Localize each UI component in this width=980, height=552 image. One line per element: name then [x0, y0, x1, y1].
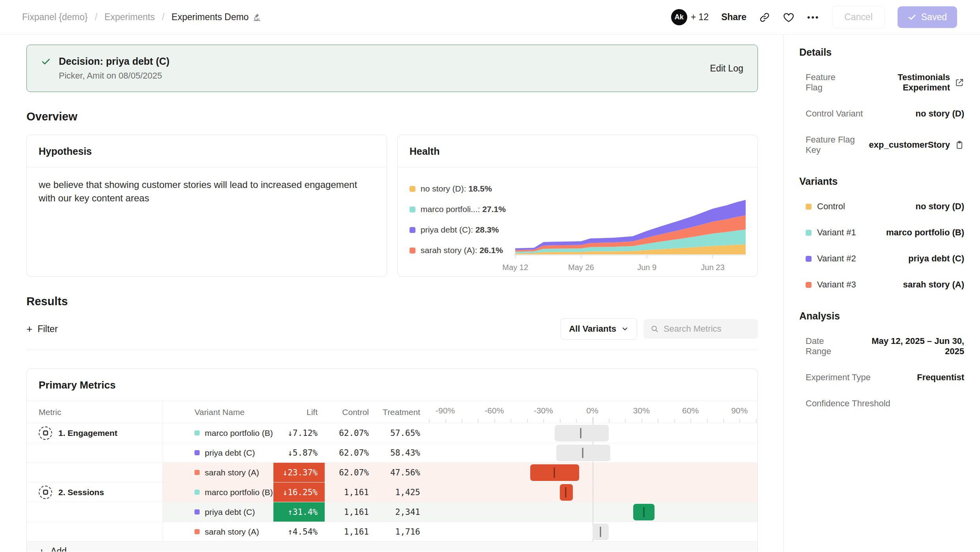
ruler-tick [707, 419, 708, 423]
column-header-metric: Metric [27, 401, 163, 423]
hypothesis-card-title: Hypothesis [27, 135, 387, 167]
metrics-table-header: Metric Variant Name Lift Control Treatme… [27, 401, 757, 423]
breadcrumb-experiments[interactable]: Experiments [105, 12, 155, 23]
sidebar-row-value: May 12, 2025 – Jun 30, 2025 [851, 336, 964, 357]
avatar-overflow-count[interactable]: + 12 [691, 12, 709, 23]
ruler-tick [527, 419, 528, 423]
lift-axis-header: -90%-60%-30%0%30%60%90% [427, 401, 757, 423]
edit-log-button[interactable]: Edit Log [710, 63, 743, 74]
metric-goal-icon [39, 426, 52, 440]
details-heading: Details [799, 47, 964, 58]
variant-name: sarah story (A) [205, 468, 259, 477]
variants-heading: Variants [799, 176, 964, 187]
sidebar-row-control: Controlno story (D) [799, 201, 964, 212]
sidebar-row-variant-2: Variant #2priya debt (C) [799, 253, 964, 264]
lift-axis-tick-label: -60% [484, 406, 504, 415]
cancel-button[interactable]: Cancel [832, 6, 885, 28]
add-metric-button[interactable]: + Add [27, 541, 757, 552]
lift-axis-tick-label: 30% [633, 406, 650, 415]
lift-value: ↓16.25% [273, 483, 325, 502]
collaborator-avatars[interactable]: Ak + 12 [671, 9, 709, 25]
ruler-tick [658, 419, 658, 423]
results-divider [26, 350, 758, 350]
ruler-tick [739, 419, 740, 423]
sidebar-value-text: exp_customerStory [869, 140, 950, 150]
external-link-icon[interactable] [955, 78, 964, 87]
add-filter-button[interactable]: + Filter [26, 324, 58, 334]
variant-name: sarah story (A) [205, 527, 259, 537]
confidence-interval-cell [427, 502, 757, 522]
sidebar-row-value: no story (D) [916, 201, 964, 212]
metric-search[interactable] [643, 319, 758, 339]
variant-name: priya debt (C) [205, 448, 255, 458]
variant-label: Variant #1 [806, 227, 856, 238]
legend-label: priya debt (C): 28.3% [421, 225, 499, 235]
zero-line [593, 463, 593, 482]
sidebar-value-text: priya debt (C) [908, 253, 964, 264]
metric-cell [27, 463, 163, 482]
legend-label: no story (D): 18.5% [421, 184, 492, 193]
health-card-title: Health [398, 135, 757, 167]
ruler-tick [560, 419, 561, 423]
favorite-button[interactable] [783, 11, 795, 23]
sidebar-row-variant-1: Variant #1marco portfolio (B) [799, 227, 964, 238]
legend-swatch-sarah-story-a [410, 248, 415, 253]
metric-row-2-sessions-marco-portfolio-b[interactable]: 2. Sessionsmarco portfolio (B)↓16.25%1,1… [27, 482, 757, 502]
saved-button[interactable]: Saved [898, 6, 957, 28]
sidebar-value-text: sarah story (A) [903, 280, 964, 290]
filter-button-label: Filter [37, 324, 58, 334]
metric-row-1-engagement-sarah-story-a[interactable]: sarah story (A)↓23.37%62.07%47.56% [27, 462, 757, 482]
variant-slot-name: Control [817, 201, 845, 212]
metric-row-1-engagement-marco-portfolio-b[interactable]: 1. Engagementmarco portfolio (B)↓7.12%62… [27, 423, 757, 443]
ruler-tick [478, 419, 479, 423]
sidebar-section-analysis: Analysis Date RangeMay 12, 2025 – Jun 30… [799, 310, 964, 409]
variant-swatch [806, 204, 812, 210]
breadcrumb-project[interactable]: Fixpanel {demo} [22, 12, 88, 23]
metric-row-1-engagement-priya-debt-c[interactable]: priya debt (C)↓5.87%62.07%58.43% [27, 443, 757, 462]
metric-row-2-sessions-priya-debt-c[interactable]: priya debt (C)↑31.4%1,1612,341 [27, 502, 757, 522]
variant-cell: sarah story (A) [163, 522, 273, 541]
main-content: Decision: priya debt (C) Picker, Amit on… [0, 35, 783, 552]
variant-swatch [806, 282, 812, 288]
column-header-lift: Lift [273, 401, 325, 423]
share-button[interactable]: Share [721, 12, 746, 23]
page-title: Experiments Demo [172, 12, 249, 23]
avatar[interactable]: Ak [671, 9, 687, 25]
legend-swatch-no-story-d [410, 186, 415, 192]
copy-link-button[interactable] [759, 12, 770, 23]
more-options-button[interactable]: ••• [807, 13, 819, 22]
ruler-tick [511, 419, 511, 423]
heart-icon [783, 11, 795, 23]
metric-row-2-sessions-sarah-story-a[interactable]: sarah story (A)↑4.54%1,1611,716 [27, 522, 757, 541]
sidebar-row-label: Date Range [806, 336, 851, 357]
confidence-interval-bar [555, 425, 609, 441]
breadcrumb-separator: / [162, 12, 164, 23]
variant-filter-dropdown[interactable]: All Variants [561, 318, 637, 340]
ruler-tick [543, 419, 544, 423]
health-area-chart [511, 178, 749, 262]
microscope-icon [252, 13, 262, 22]
ruler-tick [690, 419, 691, 423]
decision-check-icon [41, 57, 51, 67]
health-chart-x-axis: May 12May 26Jun 9Jun 23 [511, 262, 749, 274]
variant-swatch [806, 256, 812, 262]
copy-icon[interactable] [955, 140, 964, 150]
decision-title: Decision: priya debt (C) [59, 56, 170, 67]
sidebar-row-label: Experiment Type [806, 372, 871, 383]
ruler-tick [462, 419, 462, 423]
sidebar-value-text: May 12, 2025 – Jun 30, 2025 [851, 336, 964, 357]
legend-swatch-marco-portfoli [410, 207, 415, 212]
metric-name: 2. Sessions [58, 488, 104, 497]
sidebar-value-text: no story (D) [916, 201, 964, 212]
lift-axis-tick-label: -30% [534, 406, 553, 415]
treatment-value: 47.56% [376, 463, 427, 482]
sidebar-row-label: Feature Flag Key [806, 135, 869, 155]
decision-banner-text: Decision: priya debt (C) Picker, Amit on… [59, 56, 170, 81]
confidence-interval-cell [427, 483, 757, 502]
lift-axis-tick-label: 0% [586, 406, 598, 415]
sidebar-row-value: sarah story (A) [903, 280, 964, 290]
plus-icon: + [26, 324, 32, 334]
primary-metrics-card: Primary Metrics Metric Variant Name Lift… [26, 368, 758, 552]
search-metrics-input[interactable] [664, 324, 751, 334]
results-toolbar: + Filter All Variants [26, 318, 758, 340]
